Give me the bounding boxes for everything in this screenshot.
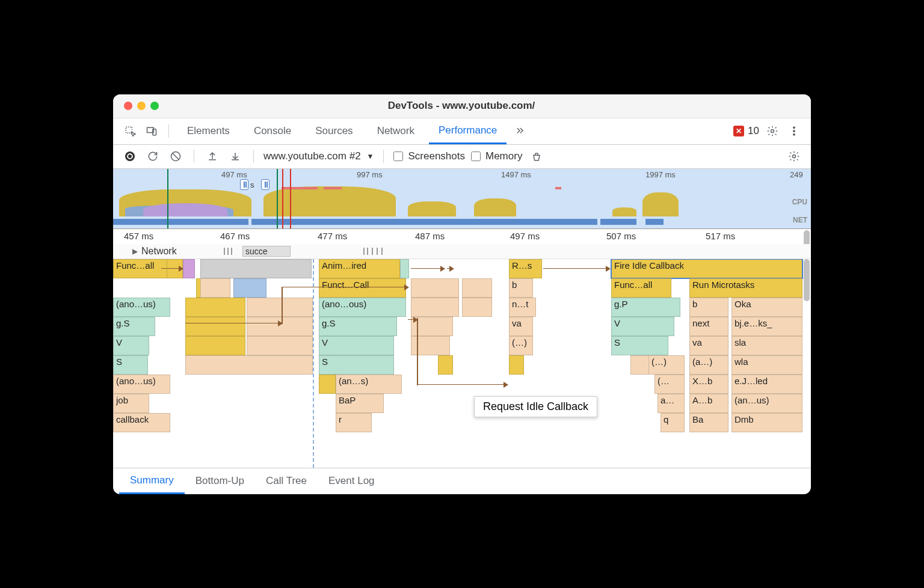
flame-event[interactable]: S xyxy=(319,355,394,375)
tab-calltree[interactable]: Call Tree xyxy=(255,468,318,494)
tab-sources[interactable]: Sources xyxy=(306,118,362,144)
svg-point-4 xyxy=(793,127,795,129)
flame-event[interactable]: S xyxy=(611,336,668,355)
flame-event[interactable]: (ano…us) xyxy=(113,298,170,317)
overview-handle-right[interactable] xyxy=(261,179,270,190)
svg-point-6 xyxy=(793,134,795,136)
flame-event[interactable]: callback xyxy=(113,413,170,432)
flame-event[interactable]: Anim…ired xyxy=(319,259,400,278)
flame-event[interactable]: (ano…us) xyxy=(113,375,170,394)
timeline-overview[interactable]: 497 ms 997 ms 1497 ms 1997 ms 249 s CPU … xyxy=(113,169,811,229)
expand-icon[interactable]: ▶ xyxy=(132,247,138,256)
network-track[interactable]: ▶ Network succe xyxy=(113,244,811,259)
flame-event[interactable]: g.S xyxy=(113,317,155,336)
clear-icon[interactable] xyxy=(167,148,184,165)
kebab-icon[interactable] xyxy=(786,123,802,139)
svg-point-3 xyxy=(771,130,774,133)
tab-performance[interactable]: Performance xyxy=(429,118,507,144)
flame-event[interactable]: n…t xyxy=(509,298,536,317)
flame-event[interactable]: Run Microtasks xyxy=(689,278,802,298)
reload-icon[interactable] xyxy=(144,148,161,165)
screenshots-checkbox[interactable]: Screenshots xyxy=(393,150,465,162)
flame-event[interactable]: V xyxy=(611,317,674,336)
flame-event[interactable]: g.P xyxy=(611,298,680,317)
flame-event[interactable]: r xyxy=(336,413,372,432)
recording-select[interactable]: www.youtube.com #2▼ xyxy=(263,150,374,162)
window-title: DevTools - www.youtube.com/ xyxy=(159,100,764,112)
traffic-lights xyxy=(124,102,159,110)
inspect-icon[interactable] xyxy=(122,123,138,139)
close-icon[interactable] xyxy=(124,102,132,110)
tooltip: Request Idle Callback xyxy=(474,396,597,417)
svg-point-5 xyxy=(793,130,795,132)
time-ruler: 457 ms 467 ms 477 ms 487 ms 497 ms 507 m… xyxy=(113,229,811,244)
tab-summary[interactable]: Summary xyxy=(119,468,185,494)
flame-event[interactable]: (…) xyxy=(509,336,533,355)
flame-event[interactable]: R…s xyxy=(509,259,542,278)
record-icon[interactable] xyxy=(122,148,138,165)
tab-network[interactable]: Network xyxy=(368,118,424,144)
flame-event[interactable]: BaP xyxy=(336,394,384,413)
flame-event[interactable]: Funct…Call xyxy=(319,278,406,298)
flame-scrollbar[interactable] xyxy=(804,259,810,301)
tab-bottomup[interactable]: Bottom-Up xyxy=(185,468,255,494)
errors-badge[interactable]: ✕10 xyxy=(733,125,759,137)
toolbar-settings-icon[interactable] xyxy=(786,148,802,165)
device-toggle-icon[interactable] xyxy=(143,123,160,139)
minimize-icon[interactable] xyxy=(137,102,146,110)
maximize-icon[interactable] xyxy=(150,102,159,110)
memory-checkbox[interactable]: Memory xyxy=(471,150,522,162)
main-tabs: Elements Console Sources Network Perform… xyxy=(113,118,811,145)
devtools-window: DevTools - www.youtube.com/ Elements Con… xyxy=(113,94,811,494)
tab-eventlog[interactable]: Event Log xyxy=(318,468,386,494)
bottom-tabs: Summary Bottom-Up Call Tree Event Log xyxy=(113,468,811,494)
download-icon[interactable] xyxy=(227,148,244,165)
svg-point-8 xyxy=(793,155,796,158)
flame-event[interactable]: (ano…ous) xyxy=(319,298,406,317)
tab-console[interactable]: Console xyxy=(244,118,301,144)
flame-event[interactable]: g.S xyxy=(319,317,397,336)
titlebar: DevTools - www.youtube.com/ xyxy=(113,94,811,118)
flame-event[interactable]: V xyxy=(113,336,149,355)
flame-event[interactable]: V xyxy=(319,336,394,355)
gc-icon[interactable] xyxy=(528,148,545,165)
flame-event-selected[interactable]: Fire Idle Callback xyxy=(611,259,802,278)
perf-toolbar: www.youtube.com #2▼ Screenshots Memory xyxy=(113,145,811,169)
flame-event[interactable]: va xyxy=(509,317,533,336)
flame-chart[interactable]: Ani…red Func…all (ano…us) g.S V S (ano…u… xyxy=(113,259,811,468)
more-tabs-icon[interactable] xyxy=(511,123,528,139)
svg-rect-2 xyxy=(153,129,156,135)
settings-icon[interactable] xyxy=(764,123,781,139)
flame-event[interactable]: (an…s) xyxy=(336,375,402,394)
flame-event[interactable]: Func…all xyxy=(113,259,167,278)
flame-event[interactable] xyxy=(200,259,312,278)
upload-icon[interactable] xyxy=(204,148,221,165)
flame-event[interactable]: S xyxy=(113,355,148,375)
flame-event[interactable] xyxy=(183,259,195,278)
flame-event[interactable]: Func…all xyxy=(611,278,671,298)
flame-event[interactable]: b xyxy=(509,278,533,298)
tab-elements[interactable]: Elements xyxy=(177,118,239,144)
overview-handle-left[interactable] xyxy=(240,179,248,190)
flame-event[interactable]: job xyxy=(113,394,149,413)
